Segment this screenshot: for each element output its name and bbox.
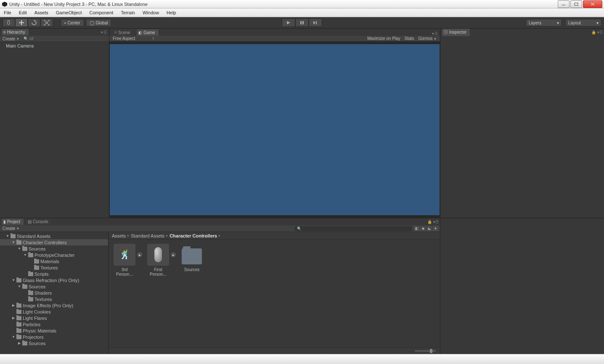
- svg-marker-9: [313, 21, 315, 24]
- menu-help[interactable]: Help: [163, 8, 180, 17]
- menu-file[interactable]: File: [0, 8, 15, 17]
- asset-item[interactable]: 🕺▶3rd Person...: [113, 244, 136, 277]
- asset-item[interactable]: Sources: [180, 244, 204, 272]
- tree-item[interactable]: ▶Image Effects (Pro Only): [0, 302, 108, 309]
- move-tool[interactable]: [15, 18, 28, 27]
- rotate-tool[interactable]: [28, 18, 40, 27]
- tree-item[interactable]: Textures: [0, 296, 108, 302]
- arrow-down-icon[interactable]: ▼: [12, 335, 15, 339]
- asset-play-icon[interactable]: ▶: [171, 252, 176, 257]
- inspector-tab[interactable]: ⓘ Inspector: [442, 29, 470, 36]
- hierarchy-search[interactable]: 🔍All: [24, 37, 107, 41]
- tree-item[interactable]: Light Cookies: [0, 309, 108, 315]
- hierarchy-tab[interactable]: ≡ Hierarchy: [2, 29, 29, 35]
- menu-window[interactable]: Window: [139, 8, 163, 17]
- hierarchy-create-button[interactable]: Create ▼: [0, 37, 22, 41]
- playback-controls: [282, 18, 322, 27]
- filter-label2-icon[interactable]: ◣: [427, 226, 432, 231]
- step-button[interactable]: [309, 18, 322, 27]
- pivot-mode-button[interactable]: ▪ Center: [61, 19, 84, 26]
- tree-item[interactable]: Physic Materials: [0, 327, 108, 334]
- tree-item[interactable]: ▶Light Flares: [0, 315, 108, 321]
- chevron-right-icon: ▸: [219, 234, 220, 237]
- filter-type-icon[interactable]: ◧: [414, 226, 419, 231]
- menubar: File Edit Assets GameObject Component Te…: [0, 8, 604, 17]
- stats-toggle[interactable]: Stats: [405, 36, 414, 41]
- arrow-down-icon[interactable]: ▼: [6, 234, 9, 238]
- arrow-down-icon[interactable]: ▼: [18, 247, 21, 251]
- breadcrumb-item[interactable]: Assets: [112, 233, 126, 238]
- panel-options-icon[interactable]: ▾☰: [433, 220, 439, 224]
- thumbnail-size-slider[interactable]: [415, 350, 436, 352]
- console-tab[interactable]: ▤Console: [26, 219, 52, 225]
- tree-item[interactable]: ▼Projectors: [0, 334, 108, 340]
- lock-icon[interactable]: 🔒: [427, 220, 432, 224]
- chevron-down-icon: ▼: [434, 37, 437, 40]
- folder-icon: [22, 285, 27, 289]
- tree-item[interactable]: Particles: [0, 321, 108, 327]
- scale-tool[interactable]: [40, 18, 53, 27]
- lock-icon[interactable]: 🔒: [591, 30, 596, 34]
- project-tab[interactable]: ▮Project: [2, 219, 24, 225]
- asset-item[interactable]: ▶First Person...: [146, 244, 170, 277]
- panel-options-icon[interactable]: ▾☰: [101, 30, 107, 34]
- tree-item-label: Image Effects (Pro Only): [23, 303, 73, 308]
- breadcrumb-item[interactable]: Standard Assets: [131, 233, 164, 238]
- folder-icon: [16, 329, 21, 333]
- arrow-down-icon[interactable]: ▼: [12, 240, 15, 244]
- arrow-down-icon[interactable]: ▼: [24, 253, 27, 257]
- pause-button[interactable]: [295, 18, 309, 27]
- menu-edit[interactable]: Edit: [15, 8, 31, 17]
- tree-item[interactable]: ▼PrototypeCharacter: [0, 252, 108, 258]
- maximize-button[interactable]: [570, 0, 582, 8]
- folder-icon: [16, 335, 21, 339]
- tree-item[interactable]: Shaders: [0, 290, 108, 296]
- scene-icon: ⌗: [114, 30, 117, 35]
- hand-tool[interactable]: [3, 18, 15, 27]
- arrow-right-icon[interactable]: ▶: [18, 341, 21, 345]
- tree-item[interactable]: Textures: [0, 264, 108, 271]
- maximize-on-play-toggle[interactable]: Maximize on Play: [367, 36, 400, 41]
- tree-item-label: Particles: [23, 322, 40, 327]
- arrow-down-icon[interactable]: ▼: [12, 278, 15, 282]
- layout-dropdown[interactable]: Layout▾: [565, 19, 601, 26]
- arrow-right-icon[interactable]: ▶: [12, 303, 15, 307]
- layers-dropdown[interactable]: Layers▾: [526, 19, 562, 26]
- menu-assets[interactable]: Assets: [31, 8, 52, 17]
- game-view: [109, 42, 440, 218]
- tree-item[interactable]: ▼Character Controllers: [0, 239, 108, 245]
- game-canvas[interactable]: [110, 44, 440, 215]
- arrow-down-icon[interactable]: ▼: [18, 285, 21, 288]
- close-button[interactable]: [583, 0, 602, 8]
- handle-rotation-button[interactable]: ◯ Global: [86, 19, 112, 26]
- tree-item[interactable]: ▼Sources: [0, 245, 108, 252]
- search-icon: 🔍: [297, 227, 302, 231]
- menu-gameobject[interactable]: GameObject: [52, 8, 86, 17]
- game-icon: ◐: [138, 30, 142, 35]
- filter-label-icon[interactable]: ◆: [420, 226, 426, 231]
- hierarchy-item[interactable]: Main Camera: [0, 43, 109, 49]
- arrow-right-icon[interactable]: ▶: [12, 316, 15, 320]
- project-search[interactable]: 🔍: [294, 226, 412, 231]
- project-create-button[interactable]: Create ▼: [0, 226, 22, 231]
- panel-options-icon[interactable]: ▾☰: [597, 30, 603, 34]
- play-button[interactable]: [282, 18, 295, 27]
- breadcrumb-current[interactable]: Character Controllers: [170, 233, 217, 238]
- aspect-dropdown[interactable]: Free Aspect⇕: [113, 36, 155, 41]
- panel-options-icon[interactable]: ▾☰: [432, 32, 438, 36]
- gizmos-toggle[interactable]: Gizmos ▼: [418, 36, 437, 41]
- tree-item[interactable]: ▼Sources: [0, 283, 108, 290]
- menu-terrain[interactable]: Terrain: [117, 8, 139, 17]
- tree-item[interactable]: ▼Glass Refraction (Pro Only): [0, 277, 108, 283]
- tree-item[interactable]: ▶Sources: [0, 340, 108, 346]
- asset-play-icon[interactable]: ▶: [137, 252, 142, 257]
- tree-item[interactable]: Materials: [0, 258, 108, 264]
- tree-item[interactable]: ▼Standard Assets: [0, 233, 108, 239]
- game-tab[interactable]: ◐Game: [137, 29, 158, 36]
- menu-component[interactable]: Component: [85, 8, 117, 17]
- asset-label: First Person...: [146, 267, 170, 277]
- minimize-button[interactable]: [558, 0, 570, 8]
- tree-item[interactable]: Scripts: [0, 271, 108, 277]
- save-search-icon[interactable]: ★: [433, 226, 438, 231]
- scene-tab[interactable]: ⌗Scene: [113, 29, 133, 36]
